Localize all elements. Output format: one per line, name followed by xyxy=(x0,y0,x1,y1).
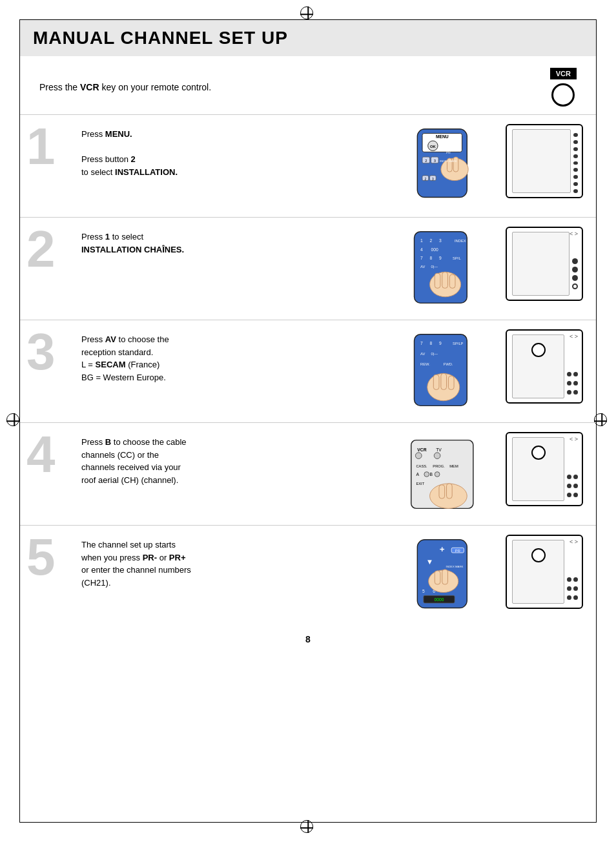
svg-rect-32 xyxy=(435,273,440,288)
tv-dot xyxy=(567,390,571,395)
tv-dot xyxy=(567,381,571,385)
step-3-tv-screen: < > xyxy=(506,329,583,404)
tv-dot xyxy=(573,161,578,165)
remote-svg-5: + PR ▼ INDEX MARK 0000 5 6 xyxy=(398,537,495,617)
nav-arrows-4: < > xyxy=(570,436,578,442)
svg-rect-76 xyxy=(442,569,447,584)
step-4-remote-image: VCR TV CASS. PROG. MEM A B EXIT xyxy=(396,432,497,516)
tv-dot xyxy=(567,595,571,600)
tv-dots-5 xyxy=(567,540,578,604)
tv-dots-3 xyxy=(567,334,578,398)
step-number-1: 1 xyxy=(26,121,75,172)
step-5-line-2: when you press PR- or PR+ xyxy=(81,551,390,564)
tv-dot xyxy=(567,475,571,479)
svg-text:SP/LP: SP/LP xyxy=(453,342,463,345)
step-1: 1 Press MENU. Press button 2 to select I… xyxy=(20,115,596,218)
tv-inner-5 xyxy=(512,540,564,604)
svg-text:0|—: 0|— xyxy=(431,351,438,355)
step-3: 3 Press AV to choose the reception stand… xyxy=(20,320,596,423)
step-number-3: 3 xyxy=(26,326,75,378)
step-3-line-1: Press AV to choose the xyxy=(81,333,390,346)
step-4: 4 Press B to choose the cable channels (… xyxy=(20,423,596,526)
svg-text:1: 1 xyxy=(420,238,423,243)
page-border-right xyxy=(596,19,597,823)
svg-point-51 xyxy=(415,452,422,458)
step-1-content: Press MENU. Press button 2 to select INS… xyxy=(81,124,396,178)
step-1-spacer xyxy=(81,141,390,154)
svg-rect-45 xyxy=(433,375,439,389)
svg-rect-33 xyxy=(442,272,447,288)
svg-text:FWD.: FWD. xyxy=(443,362,453,365)
tv-dot xyxy=(573,372,578,376)
step-3-line-3: L = SECAM (France) xyxy=(81,358,390,371)
vcr-instruction: Press the VCR key on your remote control… xyxy=(39,82,211,92)
svg-text:8: 8 xyxy=(429,341,432,345)
step-1-tv-screen xyxy=(506,124,583,198)
page-header: MANUAL CHANNEL SET UP xyxy=(20,20,596,56)
step-4-line-2: channels (CC) or the xyxy=(81,449,390,462)
svg-text:3: 3 xyxy=(438,238,441,243)
tv-dot xyxy=(573,168,578,172)
step-4-line-3: channels received via your xyxy=(81,461,390,474)
tv-dot xyxy=(573,189,578,193)
svg-rect-34 xyxy=(449,274,455,288)
tv-dot xyxy=(573,595,578,600)
svg-text:A: A xyxy=(416,472,419,477)
page-title: MANUAL CHANNEL SET UP xyxy=(33,28,583,48)
step-1-remote-image: MENU OK 2 3 INDEX MARK PR 2 xyxy=(396,124,497,208)
tv-dot xyxy=(572,267,578,272)
step-3-content: Press AV to choose the reception standar… xyxy=(81,329,396,384)
tv-dot xyxy=(567,586,571,591)
step-2-content: Press 1 to select INSTALLATION CHAÎNES. xyxy=(81,227,396,256)
tv-dot xyxy=(573,140,578,144)
vcr-badge: VCR xyxy=(550,68,577,79)
steps-container: 1 Press MENU. Press button 2 to select I… xyxy=(20,115,596,628)
svg-text:4: 4 xyxy=(420,247,423,251)
remote-svg-1: MENU OK 2 3 INDEX MARK PR 2 xyxy=(398,126,495,207)
svg-text:INDEX MARK: INDEX MARK xyxy=(439,159,457,162)
svg-point-57 xyxy=(424,471,429,477)
tv-inner-4 xyxy=(512,437,564,501)
svg-text:9: 9 xyxy=(438,256,441,260)
svg-text:PR: PR xyxy=(455,549,460,553)
page-number: 8 xyxy=(0,628,616,651)
nav-arrows-2: < > xyxy=(570,231,578,237)
tv-circle-5 xyxy=(531,548,546,562)
svg-text:EXIT: EXIT xyxy=(416,481,424,485)
step-number-5: 5 xyxy=(26,531,75,583)
svg-text:8: 8 xyxy=(429,256,432,260)
step-4-line-4: roof aerial (CH) (channel). xyxy=(81,474,390,487)
vcr-badge-container: VCR xyxy=(550,68,577,107)
tv-dot xyxy=(573,390,578,395)
tv-dot xyxy=(567,577,571,582)
svg-text:2: 2 xyxy=(425,158,427,162)
svg-text:9: 9 xyxy=(438,341,441,345)
tv-dot xyxy=(573,154,578,158)
nav-arrows-3: < > xyxy=(570,333,578,340)
remote-svg-4: VCR TV CASS. PROG. MEM A B EXIT xyxy=(398,434,495,515)
tv-dots-4 xyxy=(567,437,578,501)
step-4-content: Press B to choose the cable channels (CC… xyxy=(81,432,396,486)
step-2-line-1: Press 1 to select xyxy=(81,231,390,243)
tv-dot xyxy=(567,493,571,497)
svg-text:0|—: 0|— xyxy=(431,264,438,268)
vcr-section: Press the VCR key on your remote control… xyxy=(20,56,596,115)
tv-dot xyxy=(572,258,578,264)
svg-rect-62 xyxy=(438,484,444,498)
tv-inner-3 xyxy=(512,334,564,398)
tv-dot xyxy=(573,586,578,591)
svg-text:TV: TV xyxy=(436,447,442,451)
remote-svg-3: 7 8 9 SP/LP AV 0|— REW. FWD. xyxy=(398,331,495,412)
tv-dot xyxy=(573,133,578,137)
svg-text:3: 3 xyxy=(432,177,434,180)
svg-rect-63 xyxy=(446,483,452,498)
svg-text:VCR: VCR xyxy=(417,447,426,451)
step-2-line-2: INSTALLATION CHAÎNES. xyxy=(81,243,390,256)
step-1-line-1: Press MENU. xyxy=(81,128,390,141)
svg-text:7: 7 xyxy=(420,256,423,260)
tv-dot xyxy=(567,372,571,376)
step-5-line-3: or enter the channel numbers xyxy=(81,564,390,577)
svg-text:3: 3 xyxy=(433,158,435,162)
svg-text:INDEX MARK: INDEX MARK xyxy=(446,565,463,568)
tv-dot xyxy=(573,493,578,497)
